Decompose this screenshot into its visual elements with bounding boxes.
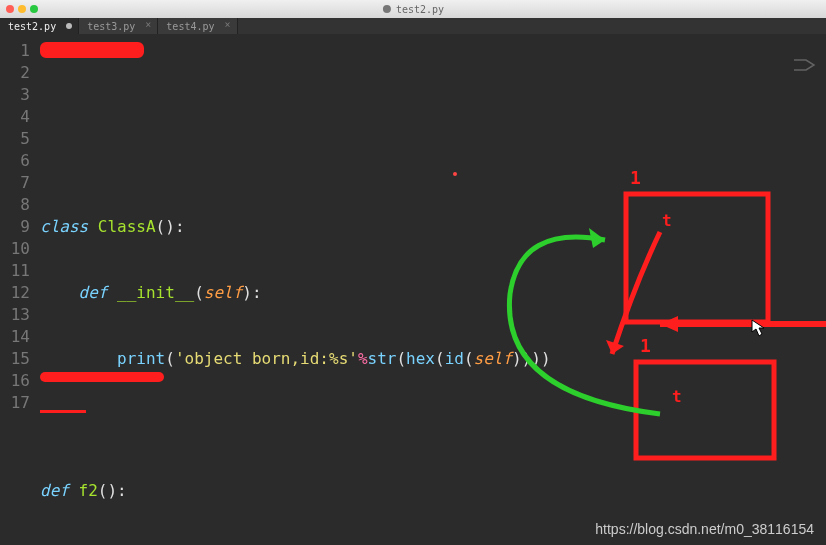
fn-f2: f2 (79, 481, 98, 500)
annotation-redaction-line16 (40, 372, 164, 382)
fn-init: __init__ (117, 283, 194, 302)
tab-label: test3.py (87, 21, 135, 32)
tab-label: test4.py (166, 21, 214, 32)
call-print: print (117, 349, 165, 368)
line-number-gutter: 1 2 3 4 5 6 7 8 9 10 11 12 13 14 15 16 1… (0, 34, 36, 414)
line-number: 9 (0, 216, 36, 238)
line-number: 5 (0, 128, 36, 150)
line-number: 6 (0, 150, 36, 172)
line-number: 1 (0, 40, 36, 62)
window-controls (0, 5, 38, 13)
line-number: 8 (0, 194, 36, 216)
code-editor[interactable]: 1 2 3 4 5 6 7 8 9 10 11 12 13 14 15 16 1… (0, 34, 826, 545)
kw-def: def (79, 283, 108, 302)
line-number: 10 (0, 238, 36, 260)
line-number: 13 (0, 304, 36, 326)
svg-point-0 (383, 5, 391, 13)
line-number: 17 (0, 392, 36, 414)
minimize-window-button[interactable] (18, 5, 26, 13)
window-titlebar: test2.py (0, 0, 826, 18)
maximize-window-button[interactable] (30, 5, 38, 13)
tab-bar: test2.py test3.py × test4.py × (0, 18, 826, 34)
line-number: 14 (0, 326, 36, 348)
line-number: 11 (0, 260, 36, 282)
string-literal: 'object born,id:%s' (175, 349, 358, 368)
dirty-dot-icon (382, 4, 392, 14)
class-name: ClassA (98, 217, 156, 236)
kw-def: def (40, 481, 69, 500)
close-tab-icon[interactable]: × (145, 19, 151, 30)
line-number: 12 (0, 282, 36, 304)
tab-test3[interactable]: test3.py × (79, 18, 158, 34)
annotation-redaction-line1 (40, 42, 144, 58)
window-title: test2.py (382, 4, 444, 15)
annotation-underline-line17 (40, 410, 86, 413)
line-number: 4 (0, 106, 36, 128)
close-window-button[interactable] (6, 5, 14, 13)
close-tab-icon[interactable]: × (224, 19, 230, 30)
kw-class: class (40, 217, 88, 236)
line-number: 16 (0, 370, 36, 392)
code-area[interactable]: class ClassA(): def __init__(self): prin… (40, 34, 826, 545)
watermark-text: https://blog.csdn.net/m0_38116154 (595, 521, 814, 537)
tab-label: test2.py (8, 21, 56, 32)
param-self: self (204, 283, 243, 302)
line-number: 15 (0, 348, 36, 370)
tab-test4[interactable]: test4.py × (158, 18, 237, 34)
tab-test2[interactable]: test2.py (0, 18, 79, 34)
line-number: 2 (0, 62, 36, 84)
line-number: 7 (0, 172, 36, 194)
line-number: 3 (0, 84, 36, 106)
minimap-icon (792, 58, 816, 72)
window-title-text: test2.py (396, 4, 444, 15)
